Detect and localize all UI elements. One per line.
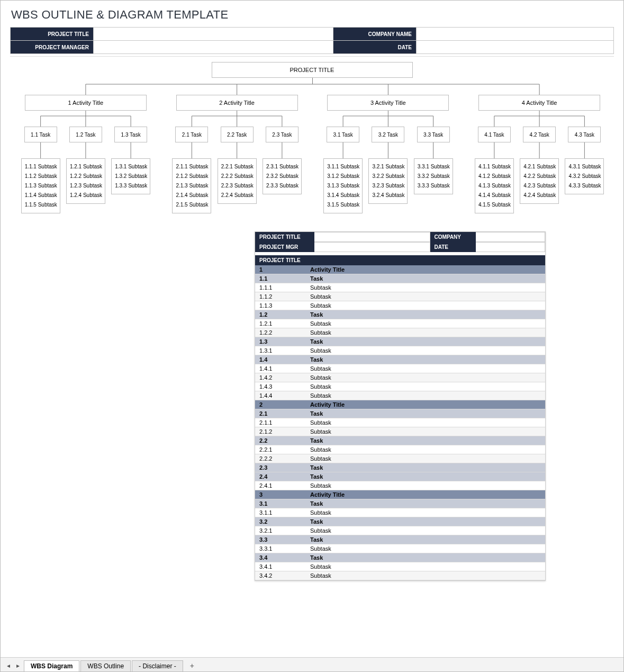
tree-subtask-box[interactable]: 3.3.1 Subtask3.3.2 Subtask3.3.3 Subtask: [414, 158, 453, 194]
tree-subtask-item: 2.1.5 Subtask: [176, 200, 207, 210]
outline-row[interactable]: 1.1.1Subtask: [255, 283, 545, 292]
tree-subtask-box[interactable]: 1.2.1 Subtask1.2.2 Subtask1.2.3 Subtask1…: [66, 158, 105, 204]
outline-row[interactable]: 1.1.2Subtask: [255, 292, 545, 301]
outline-row[interactable]: 2.2Task: [255, 436, 545, 445]
outline-row[interactable]: 3Activity Title: [255, 490, 545, 499]
tree-subtask-box[interactable]: 4.1.1 Subtask4.1.2 Subtask4.1.3 Subtask4…: [475, 158, 514, 213]
value-project-manager[interactable]: [94, 41, 333, 54]
tree-activity-box[interactable]: 4 Activity Title: [478, 95, 600, 111]
wbs-tree: PROJECT TITLE1 Activity Title2 Activity …: [10, 62, 614, 221]
tree-activity-box[interactable]: 3 Activity Title: [327, 95, 449, 111]
tree-activity-box[interactable]: 2 Activity Title: [176, 95, 298, 111]
tree-subtask-item: 4.1.5 Subtask: [478, 200, 510, 210]
add-sheet-button[interactable]: +: [183, 660, 201, 671]
outline-row[interactable]: 2.3Task: [255, 463, 545, 472]
panel-value-project-mgr[interactable]: [314, 242, 430, 252]
tree-subtask-box[interactable]: 2.3.1 Subtask2.3.2 Subtask2.3.3 Subtask: [263, 158, 302, 194]
tree-task-box[interactable]: 4.3 Task: [568, 127, 601, 142]
tree-subtask-box[interactable]: 1.1.1 Subtask1.1.2 Subtask1.1.3 Subtask1…: [21, 158, 60, 213]
tree-task-box[interactable]: 1.3 Task: [114, 127, 147, 142]
outline-row[interactable]: 1.2.2Subtask: [255, 328, 545, 337]
outline-wbs-number: 1.1.2: [255, 292, 306, 301]
value-company-name[interactable]: [417, 28, 614, 41]
outline-row[interactable]: 3.1Task: [255, 499, 545, 508]
tree-subtask-box[interactable]: 4.3.1 Subtask4.3.2 Subtask4.3.3 Subtask: [565, 158, 604, 194]
sheet-tab[interactable]: - Disclaimer -: [132, 660, 183, 671]
outline-wbs-number: 1.4.4: [255, 391, 306, 400]
outline-row[interactable]: 1.4.1Subtask: [255, 364, 545, 373]
sheet-tab[interactable]: WBS Diagram: [24, 660, 79, 671]
tree-task-box[interactable]: 2.1 Task: [175, 127, 208, 142]
tree-subtask-box[interactable]: 1.3.1 Subtask1.3.2 Subtask1.3.3 Subtask: [111, 158, 150, 194]
tree-subtask-item: 1.1.1 Subtask: [25, 162, 57, 172]
outline-row[interactable]: 3.2.1Subtask: [255, 526, 545, 535]
tree-subtask-box[interactable]: 2.1.1 Subtask2.1.2 Subtask2.1.3 Subtask2…: [172, 158, 211, 213]
outline-row[interactable]: 3.4Task: [255, 553, 545, 562]
outline-item-name: Task: [306, 553, 545, 562]
outline-row[interactable]: 2.4Task: [255, 472, 545, 481]
outline-row[interactable]: 2.4.1Subtask: [255, 481, 545, 490]
value-project-title[interactable]: [94, 28, 333, 41]
tree-subtask-item: 4.2.2 Subtask: [523, 172, 555, 181]
outline-row[interactable]: 3.4.1Subtask: [255, 562, 545, 571]
outline-wbs-number: 3.4.1: [255, 562, 306, 571]
outline-row[interactable]: 1.4.4Subtask: [255, 391, 545, 400]
tree-task-box[interactable]: 2.3 Task: [266, 127, 299, 142]
panel-value-company[interactable]: [476, 232, 546, 242]
outline-row[interactable]: 1.4.3Subtask: [255, 382, 545, 391]
tree-task-box[interactable]: 4.1 Task: [478, 127, 511, 142]
tree-task-box[interactable]: 3.1 Task: [327, 127, 359, 142]
outline-row[interactable]: 1.1.3Subtask: [255, 301, 545, 310]
outline-row[interactable]: 3.1.1Subtask: [255, 508, 545, 517]
outline-row[interactable]: 1.4.2Subtask: [255, 373, 545, 382]
outline-row[interactable]: 1.3Task: [255, 337, 545, 346]
panel-value-project-title[interactable]: [314, 232, 430, 242]
outline-row[interactable]: 2.1.2Subtask: [255, 427, 545, 436]
tree-subtask-item: 1.3.2 Subtask: [115, 172, 147, 181]
outline-row[interactable]: 3.3Task: [255, 535, 545, 544]
outline-row[interactable]: 3.3.1Subtask: [255, 544, 545, 553]
tree-task-box[interactable]: 3.2 Task: [372, 127, 404, 142]
outline-row[interactable]: 2.1Task: [255, 409, 545, 418]
outline-row[interactable]: 1.2.1Subtask: [255, 319, 545, 328]
tree-task-box[interactable]: 1.2 Task: [69, 127, 102, 142]
tree-subtask-item: 4.3.1 Subtask: [568, 162, 600, 172]
panel-value-date[interactable]: [476, 242, 546, 252]
tree-task-box[interactable]: 4.2 Task: [523, 127, 556, 142]
tree-task-box[interactable]: 2.2 Task: [221, 127, 254, 142]
value-date[interactable]: [417, 41, 614, 54]
outline-row[interactable]: 2Activity Title: [255, 400, 545, 409]
outline-row[interactable]: 2.2.2Subtask: [255, 454, 545, 463]
tree-subtask-box[interactable]: 3.1.1 Subtask3.1.2 Subtask3.1.3 Subtask3…: [323, 158, 363, 213]
outline-row[interactable]: 1.2Task: [255, 310, 545, 319]
outline-item-name: Task: [306, 436, 545, 445]
outline-row[interactable]: 1.3.1Subtask: [255, 346, 545, 355]
tree-subtask-item: 4.1.4 Subtask: [478, 191, 510, 200]
outline-row[interactable]: 1.1Task: [255, 274, 545, 283]
tree-subtask-box[interactable]: 4.2.1 Subtask4.2.2 Subtask4.2.3 Subtask4…: [520, 158, 559, 204]
tree-root-box[interactable]: PROJECT TITLE: [212, 62, 413, 78]
tab-nav-next-icon[interactable]: ▸: [13, 660, 23, 671]
outline-wbs-number: 3.3: [255, 535, 306, 544]
outline-item-name: Subtask: [306, 454, 545, 463]
tree-subtask-box[interactable]: 3.2.1 Subtask3.2.2 Subtask3.2.3 Subtask3…: [368, 158, 408, 204]
tree-subtask-item: 3.1.4 Subtask: [327, 191, 359, 200]
outline-item-name: Subtask: [306, 328, 545, 337]
label-project-title: PROJECT TITLE: [11, 28, 94, 41]
outline-row[interactable]: 1.4Task: [255, 355, 545, 364]
outline-row[interactable]: 2.2.1Subtask: [255, 445, 545, 454]
outline-row[interactable]: 3.2Task: [255, 517, 545, 526]
tree-subtask-item: 3.2.4 Subtask: [372, 191, 404, 200]
label-date: DATE: [333, 41, 417, 54]
outline-row[interactable]: 3.4.2Subtask: [255, 571, 545, 580]
outline-row[interactable]: 2.1.1Subtask: [255, 418, 545, 427]
tree-task-box[interactable]: 3.3 Task: [417, 127, 450, 142]
tree-activity-box[interactable]: 1 Activity Title: [25, 95, 147, 111]
tree-subtask-item: 2.3.3 Subtask: [266, 181, 298, 191]
tree-subtask-box[interactable]: 2.2.1 Subtask2.2.2 Subtask2.2.3 Subtask2…: [218, 158, 257, 204]
tab-nav-prev-icon[interactable]: ◂: [4, 660, 13, 671]
tree-subtask-item: 1.1.4 Subtask: [25, 191, 57, 200]
outline-row[interactable]: 1Activity Title: [255, 265, 545, 274]
sheet-tab[interactable]: WBS Outline: [80, 660, 131, 671]
tree-task-box[interactable]: 1.1 Task: [24, 127, 57, 142]
